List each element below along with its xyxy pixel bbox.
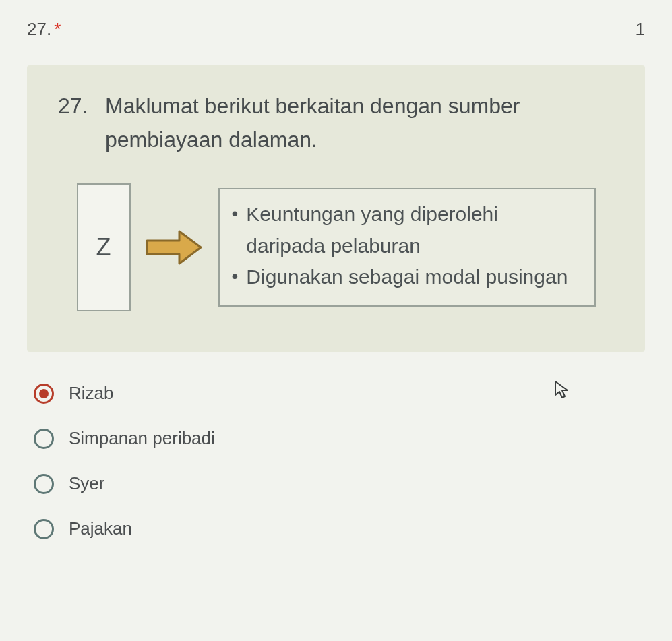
option-label: Pajakan <box>69 518 132 539</box>
header-right-fragment: 1 <box>636 19 645 40</box>
radio-button[interactable] <box>34 519 54 539</box>
option-label: Simpanan peribadi <box>69 428 215 449</box>
question-prompt: 27. Maklumat berikut berkaitan dengan su… <box>58 90 614 156</box>
question-header: 27.* 1 <box>27 19 645 40</box>
question-card: 27.* 1 27. Maklumat berikut berkaitan de… <box>0 0 672 641</box>
options-group: Rizab Simpanan peribadi Syer Pajakan <box>27 383 645 539</box>
header-number: 27. <box>27 19 51 39</box>
option-syer[interactable]: Syer <box>34 473 645 494</box>
diagram-box-label: Z <box>96 233 111 262</box>
radio-button[interactable] <box>34 429 54 449</box>
question-number-header: 27.* <box>27 19 61 40</box>
radio-button[interactable] <box>34 474 54 494</box>
bullet-icon: • <box>232 262 239 293</box>
prompt-number: 27. <box>58 90 105 156</box>
svg-marker-0 <box>147 231 201 264</box>
diagram-bullet: • Keuntungan yang diperolehi daripada pe… <box>232 199 580 262</box>
option-label: Rizab <box>69 383 113 404</box>
bullet-icon: • <box>232 199 239 262</box>
bullet-text: Keuntungan yang diperolehi daripada pela… <box>246 199 579 262</box>
diagram-source-box: Z <box>77 183 131 311</box>
question-panel: 27. Maklumat berikut berkaitan dengan su… <box>27 65 645 352</box>
diagram-description-box: • Keuntungan yang diperolehi daripada pe… <box>218 188 596 307</box>
option-pajakan[interactable]: Pajakan <box>34 518 645 539</box>
radio-button[interactable] <box>34 384 54 404</box>
diagram: Z • Keuntungan yang diperolehi daripada … <box>58 183 614 311</box>
prompt-text: Maklumat berikut berkaitan dengan sumber… <box>105 90 614 156</box>
option-simpanan-peribadi[interactable]: Simpanan peribadi <box>34 428 645 449</box>
bullet-text: Digunakan sebagai modal pusingan <box>246 262 568 293</box>
arrow-right-icon <box>146 228 204 266</box>
option-label: Syer <box>69 473 104 494</box>
required-asterisk: * <box>54 19 61 39</box>
cursor-icon <box>553 380 571 400</box>
diagram-bullet: • Digunakan sebagai modal pusingan <box>232 262 580 293</box>
